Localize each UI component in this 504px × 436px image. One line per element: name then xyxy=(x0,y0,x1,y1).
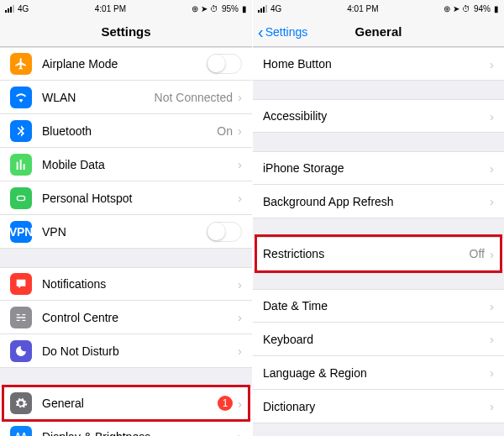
row-vpn[interactable]: VPN VPN xyxy=(0,215,252,249)
row-label: Mobile Data xyxy=(42,158,238,171)
carrier-label: 4G xyxy=(270,4,281,13)
nav-title: General xyxy=(355,24,402,39)
row-display-brightness[interactable]: AA Display & Brightness › xyxy=(0,420,252,436)
row-label: General xyxy=(42,397,218,410)
row-general[interactable]: General 1 › xyxy=(0,386,252,420)
clock-label: 4:01 PM xyxy=(347,4,378,13)
notifications-icon xyxy=(10,273,32,295)
row-label: Keyboard xyxy=(263,333,490,346)
row-background-refresh[interactable]: Background App Refresh › xyxy=(253,185,504,218)
carrier-label: 4G xyxy=(18,4,29,13)
general-screen: 4G 4:01 PM ⊕ ➤ ⏱ 94% ▮ ‹ Settings Genera… xyxy=(252,0,504,436)
status-icons: ⊕ ➤ ⏱ xyxy=(444,4,470,13)
chevron-right-icon: › xyxy=(490,399,494,413)
battery-icon: ▮ xyxy=(242,4,247,13)
row-mobile-data[interactable]: Mobile Data › xyxy=(0,148,252,181)
row-label: Notifications xyxy=(42,277,238,291)
wifi-icon xyxy=(10,87,32,108)
chevron-right-icon: › xyxy=(238,123,242,138)
chevron-right-icon: › xyxy=(490,299,494,313)
chevron-right-icon: › xyxy=(490,57,494,71)
control-centre-icon xyxy=(10,307,32,328)
display-icon: AA xyxy=(10,426,32,437)
row-airplane-mode[interactable]: Airplane Mode xyxy=(0,47,252,81)
row-dictionary[interactable]: Dictionary › xyxy=(253,390,504,423)
hotspot-icon xyxy=(10,187,32,209)
row-control-centre[interactable]: Control Centre › xyxy=(0,301,252,334)
row-label: Personal Hotspot xyxy=(42,192,238,205)
chevron-right-icon: › xyxy=(490,109,494,123)
row-label: iPhone Storage xyxy=(263,161,490,175)
nav-bar: Settings xyxy=(0,17,252,47)
chevron-right-icon: › xyxy=(238,310,242,324)
row-label: Accessibility xyxy=(263,109,490,123)
status-bar: 4G 4:01 PM ⊕ ➤ ⏱ 95% ▮ xyxy=(0,0,252,17)
chevron-right-icon: › xyxy=(238,90,242,104)
battery-label: 95% xyxy=(222,4,239,13)
chevron-right-icon: › xyxy=(238,429,242,436)
row-restrictions[interactable]: Restrictions Off › xyxy=(253,237,504,271)
badge-count: 1 xyxy=(218,396,233,411)
signal-icon xyxy=(5,5,14,13)
chevron-right-icon: › xyxy=(490,365,494,380)
chevron-right-icon: › xyxy=(490,332,494,346)
row-label: VPN xyxy=(42,225,207,239)
row-label: Do Not Disturb xyxy=(42,344,238,358)
settings-screen: 4G 4:01 PM ⊕ ➤ ⏱ 95% ▮ Settings Airplane… xyxy=(0,0,252,436)
chevron-right-icon: › xyxy=(238,397,242,411)
back-button[interactable]: ‹ Settings xyxy=(258,24,307,40)
row-notifications[interactable]: Notifications › xyxy=(0,267,252,301)
status-icons: ⊕ ➤ ⏱ xyxy=(192,4,218,13)
chevron-right-icon: › xyxy=(490,247,494,261)
nav-title: Settings xyxy=(101,24,150,39)
chevron-right-icon: › xyxy=(490,161,494,176)
moon-icon xyxy=(10,340,32,362)
row-detail: On xyxy=(217,124,233,138)
row-accessibility[interactable]: Accessibility › xyxy=(253,99,504,133)
row-label: Language & Region xyxy=(263,366,490,380)
row-label: Airplane Mode xyxy=(42,57,207,71)
nav-bar: ‹ Settings General xyxy=(253,17,504,47)
row-label: Display & Brightness xyxy=(42,430,238,437)
chevron-right-icon: › xyxy=(238,277,242,292)
row-label: Bluetooth xyxy=(42,124,217,138)
battery-label: 94% xyxy=(474,4,491,13)
row-wlan[interactable]: WLAN Not Connected › xyxy=(0,81,252,114)
row-label: WLAN xyxy=(42,91,155,104)
bluetooth-icon xyxy=(10,120,32,142)
chevron-right-icon: › xyxy=(238,157,242,171)
row-keyboard[interactable]: Keyboard › xyxy=(253,323,504,356)
back-label: Settings xyxy=(265,25,308,39)
airplane-icon xyxy=(10,53,32,75)
battery-icon: ▮ xyxy=(494,4,499,13)
row-language-region[interactable]: Language & Region › xyxy=(253,356,504,390)
clock-label: 4:01 PM xyxy=(95,4,126,13)
gear-icon xyxy=(10,392,32,414)
row-bluetooth[interactable]: Bluetooth On › xyxy=(0,114,252,148)
row-iphone-storage[interactable]: iPhone Storage › xyxy=(253,151,504,185)
row-do-not-disturb[interactable]: Do Not Disturb › xyxy=(0,334,252,368)
chevron-right-icon: › xyxy=(490,194,494,208)
row-date-time[interactable]: Date & Time › xyxy=(253,289,504,323)
row-personal-hotspot[interactable]: Personal Hotspot › xyxy=(0,181,252,215)
chevron-right-icon: › xyxy=(238,191,242,205)
row-label: Dictionary xyxy=(263,400,490,413)
vpn-icon: VPN xyxy=(10,221,32,243)
cellular-icon xyxy=(10,154,32,176)
chevron-right-icon: › xyxy=(238,344,242,358)
signal-icon xyxy=(258,5,267,13)
row-detail: Not Connected xyxy=(155,91,233,104)
row-home-button[interactable]: Home Button › xyxy=(253,47,504,81)
row-label: Restrictions xyxy=(263,247,470,260)
row-label: Home Button xyxy=(263,57,490,71)
chevron-left-icon: ‹ xyxy=(258,24,264,40)
airplane-toggle[interactable] xyxy=(207,54,242,74)
row-label: Date & Time xyxy=(263,299,490,313)
row-label: Background App Refresh xyxy=(263,195,490,208)
vpn-toggle[interactable] xyxy=(207,222,242,242)
row-label: Control Centre xyxy=(42,311,238,324)
row-detail: Off xyxy=(470,247,485,260)
status-bar: 4G 4:01 PM ⊕ ➤ ⏱ 94% ▮ xyxy=(253,0,504,17)
